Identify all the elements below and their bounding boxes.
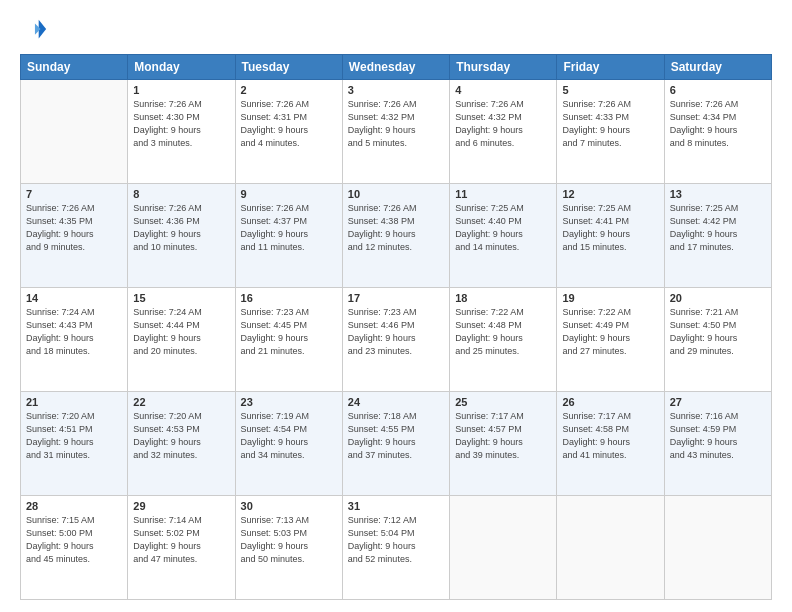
day-info: Sunrise: 7:25 AM Sunset: 4:42 PM Dayligh… [670, 202, 766, 254]
day-number: 9 [241, 188, 337, 200]
day-number: 18 [455, 292, 551, 304]
table-row [450, 496, 557, 600]
day-number: 8 [133, 188, 229, 200]
table-row: 27Sunrise: 7:16 AM Sunset: 4:59 PM Dayli… [664, 392, 771, 496]
page: SundayMondayTuesdayWednesdayThursdayFrid… [0, 0, 792, 612]
day-info: Sunrise: 7:24 AM Sunset: 4:43 PM Dayligh… [26, 306, 122, 358]
day-number: 31 [348, 500, 444, 512]
day-number: 14 [26, 292, 122, 304]
table-row: 3Sunrise: 7:26 AM Sunset: 4:32 PM Daylig… [342, 80, 449, 184]
col-header-sunday: Sunday [21, 55, 128, 80]
day-info: Sunrise: 7:23 AM Sunset: 4:46 PM Dayligh… [348, 306, 444, 358]
table-row [664, 496, 771, 600]
table-row: 2Sunrise: 7:26 AM Sunset: 4:31 PM Daylig… [235, 80, 342, 184]
day-number: 10 [348, 188, 444, 200]
table-row: 15Sunrise: 7:24 AM Sunset: 4:44 PM Dayli… [128, 288, 235, 392]
day-number: 28 [26, 500, 122, 512]
day-number: 22 [133, 396, 229, 408]
table-row: 29Sunrise: 7:14 AM Sunset: 5:02 PM Dayli… [128, 496, 235, 600]
table-row: 11Sunrise: 7:25 AM Sunset: 4:40 PM Dayli… [450, 184, 557, 288]
table-row: 22Sunrise: 7:20 AM Sunset: 4:53 PM Dayli… [128, 392, 235, 496]
day-info: Sunrise: 7:13 AM Sunset: 5:03 PM Dayligh… [241, 514, 337, 566]
table-row: 6Sunrise: 7:26 AM Sunset: 4:34 PM Daylig… [664, 80, 771, 184]
day-info: Sunrise: 7:17 AM Sunset: 4:57 PM Dayligh… [455, 410, 551, 462]
header [20, 16, 772, 44]
day-info: Sunrise: 7:22 AM Sunset: 4:48 PM Dayligh… [455, 306, 551, 358]
day-number: 13 [670, 188, 766, 200]
day-info: Sunrise: 7:25 AM Sunset: 4:40 PM Dayligh… [455, 202, 551, 254]
day-info: Sunrise: 7:14 AM Sunset: 5:02 PM Dayligh… [133, 514, 229, 566]
table-row: 19Sunrise: 7:22 AM Sunset: 4:49 PM Dayli… [557, 288, 664, 392]
day-number: 17 [348, 292, 444, 304]
day-number: 21 [26, 396, 122, 408]
day-info: Sunrise: 7:26 AM Sunset: 4:31 PM Dayligh… [241, 98, 337, 150]
day-number: 4 [455, 84, 551, 96]
day-info: Sunrise: 7:19 AM Sunset: 4:54 PM Dayligh… [241, 410, 337, 462]
table-row: 25Sunrise: 7:17 AM Sunset: 4:57 PM Dayli… [450, 392, 557, 496]
day-number: 27 [670, 396, 766, 408]
table-row: 26Sunrise: 7:17 AM Sunset: 4:58 PM Dayli… [557, 392, 664, 496]
table-row: 8Sunrise: 7:26 AM Sunset: 4:36 PM Daylig… [128, 184, 235, 288]
day-info: Sunrise: 7:26 AM Sunset: 4:32 PM Dayligh… [348, 98, 444, 150]
day-number: 16 [241, 292, 337, 304]
day-number: 11 [455, 188, 551, 200]
day-info: Sunrise: 7:16 AM Sunset: 4:59 PM Dayligh… [670, 410, 766, 462]
day-info: Sunrise: 7:26 AM Sunset: 4:33 PM Dayligh… [562, 98, 658, 150]
table-row: 30Sunrise: 7:13 AM Sunset: 5:03 PM Dayli… [235, 496, 342, 600]
day-number: 26 [562, 396, 658, 408]
day-number: 15 [133, 292, 229, 304]
day-number: 23 [241, 396, 337, 408]
col-header-thursday: Thursday [450, 55, 557, 80]
day-number: 12 [562, 188, 658, 200]
day-info: Sunrise: 7:26 AM Sunset: 4:36 PM Dayligh… [133, 202, 229, 254]
day-number: 19 [562, 292, 658, 304]
day-info: Sunrise: 7:26 AM Sunset: 4:34 PM Dayligh… [670, 98, 766, 150]
table-row: 12Sunrise: 7:25 AM Sunset: 4:41 PM Dayli… [557, 184, 664, 288]
day-info: Sunrise: 7:26 AM Sunset: 4:38 PM Dayligh… [348, 202, 444, 254]
day-info: Sunrise: 7:24 AM Sunset: 4:44 PM Dayligh… [133, 306, 229, 358]
day-number: 30 [241, 500, 337, 512]
day-info: Sunrise: 7:26 AM Sunset: 4:32 PM Dayligh… [455, 98, 551, 150]
day-info: Sunrise: 7:26 AM Sunset: 4:37 PM Dayligh… [241, 202, 337, 254]
table-row: 21Sunrise: 7:20 AM Sunset: 4:51 PM Dayli… [21, 392, 128, 496]
table-row: 7Sunrise: 7:26 AM Sunset: 4:35 PM Daylig… [21, 184, 128, 288]
table-row: 18Sunrise: 7:22 AM Sunset: 4:48 PM Dayli… [450, 288, 557, 392]
day-info: Sunrise: 7:26 AM Sunset: 4:35 PM Dayligh… [26, 202, 122, 254]
table-row: 31Sunrise: 7:12 AM Sunset: 5:04 PM Dayli… [342, 496, 449, 600]
day-info: Sunrise: 7:22 AM Sunset: 4:49 PM Dayligh… [562, 306, 658, 358]
col-header-friday: Friday [557, 55, 664, 80]
day-info: Sunrise: 7:20 AM Sunset: 4:51 PM Dayligh… [26, 410, 122, 462]
table-row: 13Sunrise: 7:25 AM Sunset: 4:42 PM Dayli… [664, 184, 771, 288]
day-info: Sunrise: 7:25 AM Sunset: 4:41 PM Dayligh… [562, 202, 658, 254]
day-info: Sunrise: 7:26 AM Sunset: 4:30 PM Dayligh… [133, 98, 229, 150]
day-number: 20 [670, 292, 766, 304]
table-row: 20Sunrise: 7:21 AM Sunset: 4:50 PM Dayli… [664, 288, 771, 392]
table-row: 9Sunrise: 7:26 AM Sunset: 4:37 PM Daylig… [235, 184, 342, 288]
logo-icon [20, 16, 48, 44]
table-row: 23Sunrise: 7:19 AM Sunset: 4:54 PM Dayli… [235, 392, 342, 496]
table-row [21, 80, 128, 184]
day-info: Sunrise: 7:20 AM Sunset: 4:53 PM Dayligh… [133, 410, 229, 462]
table-row: 10Sunrise: 7:26 AM Sunset: 4:38 PM Dayli… [342, 184, 449, 288]
logo [20, 16, 52, 44]
col-header-monday: Monday [128, 55, 235, 80]
col-header-wednesday: Wednesday [342, 55, 449, 80]
day-number: 3 [348, 84, 444, 96]
calendar-table: SundayMondayTuesdayWednesdayThursdayFrid… [20, 54, 772, 600]
table-row: 4Sunrise: 7:26 AM Sunset: 4:32 PM Daylig… [450, 80, 557, 184]
day-info: Sunrise: 7:23 AM Sunset: 4:45 PM Dayligh… [241, 306, 337, 358]
col-header-tuesday: Tuesday [235, 55, 342, 80]
day-number: 24 [348, 396, 444, 408]
table-row: 1Sunrise: 7:26 AM Sunset: 4:30 PM Daylig… [128, 80, 235, 184]
day-number: 2 [241, 84, 337, 96]
day-info: Sunrise: 7:12 AM Sunset: 5:04 PM Dayligh… [348, 514, 444, 566]
day-info: Sunrise: 7:15 AM Sunset: 5:00 PM Dayligh… [26, 514, 122, 566]
day-number: 29 [133, 500, 229, 512]
table-row: 28Sunrise: 7:15 AM Sunset: 5:00 PM Dayli… [21, 496, 128, 600]
table-row: 14Sunrise: 7:24 AM Sunset: 4:43 PM Dayli… [21, 288, 128, 392]
day-number: 7 [26, 188, 122, 200]
col-header-saturday: Saturday [664, 55, 771, 80]
table-row: 16Sunrise: 7:23 AM Sunset: 4:45 PM Dayli… [235, 288, 342, 392]
day-number: 25 [455, 396, 551, 408]
table-row: 5Sunrise: 7:26 AM Sunset: 4:33 PM Daylig… [557, 80, 664, 184]
